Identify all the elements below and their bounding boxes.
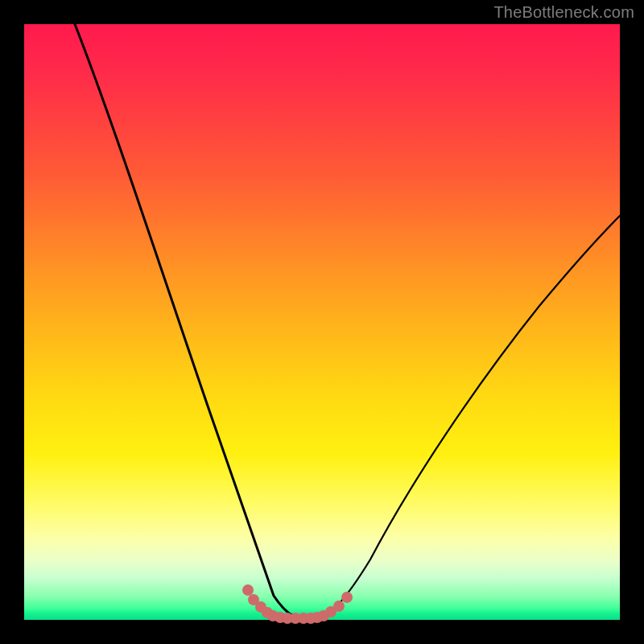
right-curve [320,216,620,617]
chart-frame: TheBottleneck.com [0,0,644,644]
marker-layer [242,584,353,624]
watermark-text: TheBottleneck.com [493,3,634,22]
valley-marker-left-dot [242,584,254,596]
curve-layer [75,24,620,617]
chart-svg [24,24,620,620]
plot-area [24,24,620,620]
valley-marker-right-dot [341,592,353,603]
left-curve [75,24,298,617]
valley-marker-right-dot [333,601,345,612]
